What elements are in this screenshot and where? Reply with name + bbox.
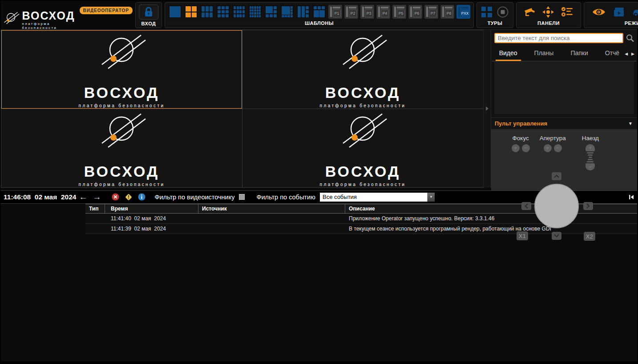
mode-archive-button[interactable] bbox=[612, 6, 626, 18]
lock-icon bbox=[144, 7, 153, 17]
video-sources-tree[interactable] bbox=[494, 61, 634, 115]
template-3small-2wide-icon[interactable] bbox=[312, 5, 326, 19]
template-5x4-icon[interactable] bbox=[248, 5, 262, 19]
joystick-knob[interactable] bbox=[534, 184, 579, 228]
preset-p3-button[interactable]: P3 bbox=[360, 5, 374, 19]
video-tile-4[interactable]: ВОСХОД платформа безопасности bbox=[242, 109, 483, 187]
zoom-in-button[interactable]: + bbox=[586, 144, 595, 151]
events-forward-button[interactable]: → bbox=[90, 192, 104, 202]
preset-pxx-button[interactable]: PXX bbox=[456, 5, 470, 19]
events-back-button[interactable]: ← bbox=[76, 192, 90, 202]
event-source-cell bbox=[198, 224, 345, 234]
filter-info-toggle[interactable] bbox=[138, 193, 145, 201]
tour-stop-button[interactable] bbox=[496, 5, 510, 19]
pan-up-button[interactable] bbox=[552, 172, 561, 180]
tabs-scroll-right-icon[interactable]: ▶ bbox=[630, 51, 635, 57]
search-input[interactable] bbox=[494, 33, 623, 43]
tour-start-button[interactable] bbox=[480, 5, 493, 19]
tabs-scroll-left-icon[interactable]: ◀ bbox=[624, 51, 629, 57]
watermark-title: ВОСХОД bbox=[325, 84, 400, 101]
tours-group: ТУРЫ bbox=[476, 2, 513, 28]
aperture-minus-button[interactable]: − bbox=[554, 144, 562, 152]
column-source[interactable]: Источник bbox=[198, 204, 345, 213]
brand-subtitle: платформа безопасности bbox=[22, 22, 75, 30]
speed-x2-button[interactable]: X2 bbox=[584, 232, 595, 241]
watermark: ВОСХОД платформа безопасности bbox=[320, 31, 406, 108]
preset-p1-button[interactable]: P1 bbox=[328, 5, 342, 19]
event-time-cell: 11:41:40 02 мая 2024 bbox=[105, 214, 198, 223]
watermark-subtitle: платформа безопасности bbox=[320, 182, 406, 187]
aperture-plus-button[interactable]: + bbox=[544, 144, 552, 152]
filter-source-label: Фильтр по видеоисточнику bbox=[154, 194, 234, 201]
pan-right-button[interactable] bbox=[583, 202, 593, 210]
filter-warning-toggle[interactable] bbox=[125, 193, 133, 201]
column-time[interactable]: Время bbox=[105, 204, 198, 213]
filter-error-toggle[interactable] bbox=[112, 193, 119, 201]
zoom-rocker-bar bbox=[588, 159, 593, 160]
joystick-area: X1 X2 bbox=[491, 172, 637, 240]
zoom-rocker[interactable]: + − bbox=[586, 144, 595, 170]
tab-folders[interactable]: Папки bbox=[567, 47, 591, 61]
sidebar-splitter[interactable] bbox=[483, 30, 491, 188]
tab-video[interactable]: Видео bbox=[496, 47, 521, 61]
mode-traffic-button[interactable] bbox=[631, 6, 638, 18]
expand-right-icon bbox=[485, 106, 489, 111]
event-type-cell bbox=[85, 224, 105, 234]
template-4x3-icon[interactable] bbox=[232, 5, 246, 19]
preset-p5-button[interactable]: P5 bbox=[392, 5, 406, 19]
zoom-rocker-bar bbox=[589, 157, 592, 158]
chevron-left-icon bbox=[525, 203, 528, 209]
focus-plus-button[interactable]: + bbox=[512, 144, 520, 152]
panel-cameras-button[interactable] bbox=[523, 6, 536, 18]
tab-plans[interactable]: Планы bbox=[531, 47, 557, 61]
zoom-rocker-bar bbox=[587, 161, 594, 162]
video-tile-2[interactable]: ВОСХОД платформа безопасности bbox=[242, 30, 483, 109]
panel-ptz-button[interactable] bbox=[541, 5, 555, 19]
brand-emblem-icon bbox=[327, 31, 398, 80]
mode-live-view-button[interactable] bbox=[591, 7, 606, 17]
column-type[interactable]: Тип bbox=[85, 204, 105, 213]
event-filter-select[interactable]: Все события ▼ bbox=[320, 193, 435, 202]
pan-down-button[interactable] bbox=[552, 232, 561, 240]
tab-reports[interactable]: Отчё bbox=[602, 47, 623, 61]
focus-label: Фокус bbox=[513, 135, 529, 142]
error-icon bbox=[112, 193, 119, 201]
template-1big-7small-icon[interactable] bbox=[280, 5, 294, 19]
preset-p6-button[interactable]: P6 bbox=[408, 5, 422, 19]
aperture-label: Апертура bbox=[540, 135, 566, 142]
template-3x3-icon[interactable] bbox=[216, 5, 230, 19]
brand-title: ВОСХОД bbox=[22, 10, 75, 21]
speed-x1-button[interactable]: X1 bbox=[517, 231, 528, 240]
video-tile-1-selected[interactable]: ВОСХОД платформа безопасности bbox=[1, 30, 242, 109]
right-sidebar: Видео Планы Папки Отчё ◀ ▶ Пульт управле… bbox=[491, 30, 637, 188]
ptz-move-icon bbox=[542, 6, 554, 18]
preset-p2-button[interactable]: P2 bbox=[344, 5, 358, 19]
search-icon[interactable] bbox=[626, 34, 634, 43]
preset-p7-button[interactable]: P7 bbox=[424, 5, 438, 19]
brand-emblem-icon bbox=[3, 5, 20, 30]
panel-events-button[interactable] bbox=[560, 6, 574, 18]
focus-minus-button[interactable]: − bbox=[522, 144, 530, 152]
preset-p4-button[interactable]: P4 bbox=[376, 5, 390, 19]
pan-left-button[interactable] bbox=[521, 202, 531, 210]
ptz-section-header[interactable]: Пульт управления ▼ bbox=[491, 117, 637, 129]
preset-p8-button[interactable]: P8 bbox=[440, 5, 454, 19]
brand-text: ВОСХОД платформа безопасности bbox=[22, 10, 75, 30]
panels-group: ПАНЕЛИ bbox=[516, 2, 581, 28]
filter-source-checkbox[interactable] bbox=[239, 194, 245, 200]
template-3x2-icon[interactable] bbox=[200, 5, 214, 19]
collapse-down-icon: ▼ bbox=[628, 121, 633, 126]
template-1x1-icon[interactable] bbox=[168, 5, 182, 19]
event-filter-value: Все события bbox=[320, 194, 427, 200]
event-type-cell bbox=[85, 214, 105, 223]
template-2x2-icon-active[interactable] bbox=[184, 5, 198, 19]
template-1big-5small-icon[interactable] bbox=[264, 5, 278, 19]
tour-layouts-icon bbox=[481, 6, 493, 18]
login-group-label: ВХОД bbox=[136, 20, 162, 28]
login-button[interactable] bbox=[139, 4, 158, 20]
template-2tall-3small-icon[interactable] bbox=[296, 5, 310, 19]
app-logo: ВОСХОД платформа безопасности ВИДЕООПЕРА… bbox=[3, 2, 133, 28]
video-tile-3[interactable]: ВОСХОД платформа безопасности bbox=[1, 109, 242, 187]
zoom-out-button[interactable]: − bbox=[586, 163, 595, 170]
watermark-title: ВОСХОД bbox=[84, 163, 159, 180]
